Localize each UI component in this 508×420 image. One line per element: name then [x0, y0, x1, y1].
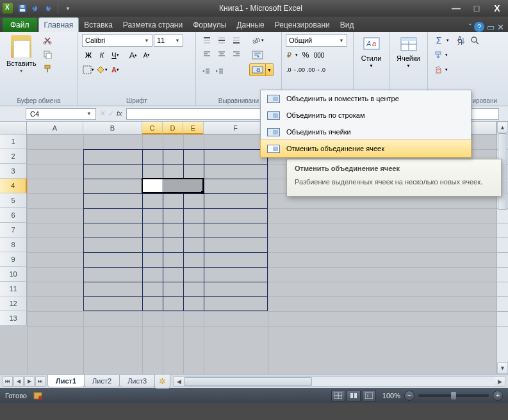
window-options-icon[interactable]: ▭	[487, 22, 495, 32]
wrap-text-button[interactable]	[249, 49, 266, 61]
row-header-9[interactable]: 9	[0, 252, 27, 267]
row-header-6[interactable]: 6	[0, 208, 27, 223]
row-header-5[interactable]: 5	[0, 193, 27, 208]
align-top-button[interactable]	[200, 34, 214, 47]
decrease-indent-button[interactable]	[200, 65, 213, 77]
select-all-corner[interactable]	[0, 122, 27, 134]
styles-button[interactable]: Aa Стили▼	[357, 34, 385, 69]
clear-button[interactable]	[432, 63, 445, 76]
maximize-button[interactable]: □	[468, 3, 485, 13]
col-header-A[interactable]: A	[27, 122, 83, 134]
cancel-formula-icon[interactable]: ✕	[100, 109, 106, 118]
cut-icon[interactable]	[41, 34, 54, 47]
row-header-12[interactable]: 12	[0, 296, 27, 311]
selection-marquee[interactable]	[142, 178, 204, 193]
align-center-button[interactable]	[215, 47, 229, 60]
sheet-tab-3[interactable]: Лист3	[119, 375, 155, 387]
row-header-7[interactable]: 7	[0, 223, 27, 238]
mdi-close-icon[interactable]: ✕	[497, 22, 504, 32]
tab-layout[interactable]: Разметка страни	[118, 18, 188, 32]
undo-icon[interactable]	[29, 3, 41, 14]
tab-formulas[interactable]: Формулы	[188, 18, 231, 32]
save-icon[interactable]	[17, 3, 28, 14]
redo-icon[interactable]	[42, 3, 54, 14]
fill-color-button[interactable]: ▾	[95, 63, 108, 76]
align-bottom-button[interactable]	[229, 34, 243, 47]
col-header-E[interactable]: E	[183, 122, 204, 134]
sheet-tab-2[interactable]: Лист2	[84, 375, 120, 387]
col-header-F[interactable]: F	[204, 122, 268, 134]
new-sheet-button[interactable]: ✲	[154, 375, 170, 389]
col-header-C[interactable]: C	[142, 122, 163, 134]
help-icon[interactable]: ?	[474, 22, 484, 32]
hscroll-thumb[interactable]	[184, 377, 312, 386]
row-header-4[interactable]: 4	[0, 179, 27, 193]
number-format-combo[interactable]: Общий▼	[286, 34, 347, 47]
tab-view[interactable]: Вид	[335, 18, 359, 32]
sheet-tab-1[interactable]: Лист1	[47, 375, 85, 387]
fx-icon[interactable]: fx	[117, 109, 122, 118]
increase-indent-button[interactable]	[213, 65, 226, 77]
orientation-button[interactable]: ab▾	[249, 34, 266, 47]
format-painter-icon[interactable]	[41, 62, 54, 75]
merge-cells-item[interactable]: Объединить ячейки	[261, 124, 471, 140]
minimize-button[interactable]: —	[448, 3, 464, 13]
unmerge-cells-item[interactable]: Отменить объединение ячеек	[260, 140, 471, 158]
horizontal-scrollbar[interactable]: ◀ ▶	[173, 376, 505, 387]
font-name-combo[interactable]: Calibri▼	[82, 34, 152, 47]
col-header-D[interactable]: D	[163, 122, 183, 134]
tab-nav-last-icon[interactable]: ⏭	[35, 376, 45, 387]
font-size-combo[interactable]: 11▼	[154, 34, 183, 47]
tab-nav-next-icon[interactable]: ▶	[24, 376, 35, 387]
minimize-ribbon-icon[interactable]: ˇ	[469, 22, 471, 32]
zoom-out-button[interactable]: −	[404, 391, 414, 401]
row-header-13[interactable]: 13	[0, 311, 27, 326]
col-header-B[interactable]: B	[83, 122, 142, 134]
zoom-level[interactable]: 100%	[382, 392, 400, 400]
enter-formula-icon[interactable]: ✓	[108, 109, 114, 118]
page-layout-view-button[interactable]	[347, 390, 361, 401]
macro-record-icon[interactable]	[33, 391, 44, 400]
decrease-decimal-button[interactable]: .00→.0	[306, 63, 326, 76]
align-left-button[interactable]	[200, 47, 214, 60]
align-right-button[interactable]	[229, 47, 243, 60]
percent-button[interactable]: %	[299, 49, 312, 61]
bold-button[interactable]: Ж	[82, 49, 95, 61]
row-header-3[interactable]: 3	[0, 164, 27, 179]
comma-button[interactable]: 000	[313, 49, 325, 61]
tab-file[interactable]: Файл	[3, 18, 37, 32]
shrink-font-button[interactable]: A▾	[140, 49, 153, 61]
tab-home[interactable]: Главная	[38, 17, 79, 32]
hscroll-left-icon[interactable]: ◀	[174, 377, 184, 386]
row-header-8[interactable]: 8	[0, 238, 27, 252]
row-header-2[interactable]: 2	[0, 149, 27, 164]
page-break-view-button[interactable]	[362, 390, 376, 401]
row-header-1[interactable]: 1	[0, 134, 27, 149]
tab-nav-prev-icon[interactable]: ◀	[13, 376, 24, 387]
accounting-format-button[interactable]: ₽▾	[286, 49, 299, 61]
merge-center-item[interactable]: Объединить и поместить в центре	[261, 90, 471, 107]
sort-filter-button[interactable]: AЯ	[455, 34, 468, 47]
tab-review[interactable]: Рецензировани	[270, 18, 335, 32]
paste-button[interactable]: Вставить ▼	[4, 34, 39, 74]
align-middle-button[interactable]	[215, 34, 229, 47]
hscroll-right-icon[interactable]: ▶	[495, 377, 505, 386]
scroll-up-icon[interactable]: ▲	[497, 122, 508, 133]
row-header-11[interactable]: 11	[0, 282, 27, 296]
grow-font-button[interactable]: A▴	[127, 49, 140, 61]
tab-nav-first-icon[interactable]: ⏮	[3, 376, 13, 387]
normal-view-button[interactable]	[331, 390, 345, 401]
copy-icon[interactable]	[41, 48, 54, 61]
autosum-button[interactable]: Σ	[432, 34, 446, 47]
italic-button[interactable]: К	[95, 49, 108, 61]
cells-button[interactable]: Ячейки▼	[393, 34, 423, 69]
merge-center-icon[interactable]: a	[249, 63, 266, 76]
merge-across-item[interactable]: Объединить по строкам	[261, 107, 471, 124]
zoom-in-button[interactable]: +	[493, 391, 503, 401]
font-color-button[interactable]: A▾	[109, 63, 122, 76]
row-header-10[interactable]: 10	[0, 267, 27, 282]
underline-button[interactable]: Ч▾	[109, 49, 122, 61]
tab-data[interactable]: Данные	[231, 18, 269, 32]
zoom-slider[interactable]	[418, 394, 489, 397]
merge-button[interactable]: a ▼	[249, 63, 274, 76]
